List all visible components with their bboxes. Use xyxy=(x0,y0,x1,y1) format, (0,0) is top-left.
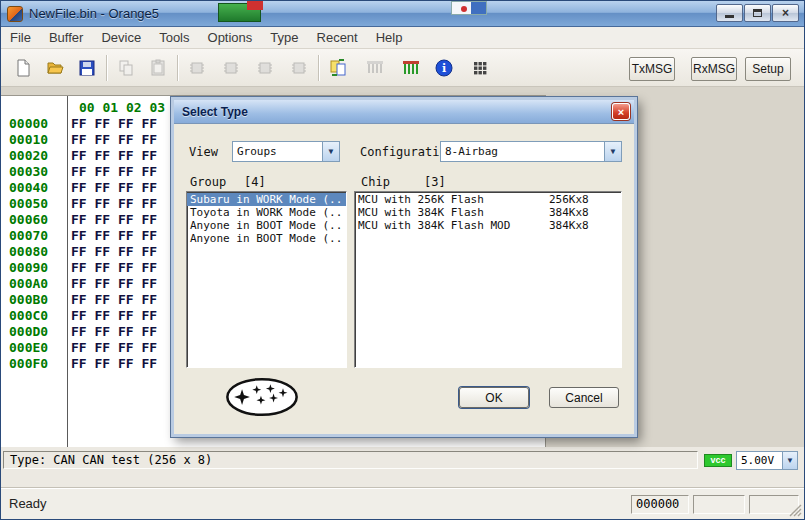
dialog-title-bar[interactable]: Select Type × xyxy=(174,100,634,124)
chevron-down-icon[interactable]: ▼ xyxy=(322,142,339,161)
new-file-button[interactable] xyxy=(9,54,37,82)
chip-list[interactable]: MCU with 256K Flash256Kx8MCU with 384K F… xyxy=(354,191,622,368)
hex-address: 00040 xyxy=(1,180,63,196)
cancel-button[interactable]: Cancel xyxy=(549,387,619,408)
hex-bytes[interactable]: FF FF FF FF xyxy=(63,212,157,228)
keypad-button[interactable] xyxy=(466,54,494,82)
hex-bytes[interactable]: FF FF FF FF xyxy=(63,148,157,164)
hex-address: 000F0 xyxy=(1,356,63,372)
view-dropdown[interactable]: Groups ▼ xyxy=(232,141,340,162)
hex-address: 000D0 xyxy=(1,324,63,340)
hex-bytes[interactable]: FF FF FF FF xyxy=(63,116,157,132)
hex-address: 00050 xyxy=(1,196,63,212)
hex-bytes[interactable]: FF FF FF FF xyxy=(63,324,157,340)
txmsg-button[interactable]: TxMSG xyxy=(629,57,675,81)
keypad-icon xyxy=(470,58,490,78)
hex-bytes[interactable]: FF FF FF FF xyxy=(63,276,157,292)
group-list-item[interactable]: Anyone in BOOT Mode (.. xyxy=(187,219,346,232)
svg-text:i: i xyxy=(442,62,446,75)
type-status-text: Type: CAN CAN test (256 x 8) xyxy=(3,451,698,469)
chip-button-3[interactable] xyxy=(251,54,279,82)
title-bar[interactable]: NewFile.bin - Orange5 × xyxy=(1,1,804,27)
group-label: Group xyxy=(190,175,226,189)
group-list-item[interactable]: Subaru in WORK Mode (.. xyxy=(187,193,346,206)
dialog-close-button[interactable]: × xyxy=(612,103,630,120)
copy-button[interactable] xyxy=(112,54,140,82)
group-list-item[interactable]: Toyota in WORK Mode (.. xyxy=(187,206,346,219)
configuration-dropdown[interactable]: 8-Airbag ▼ xyxy=(440,141,622,162)
group-list-item[interactable]: Anyone in BOOT Mode (.. xyxy=(187,232,346,245)
minimize-icon xyxy=(725,15,734,18)
chip-name: MCU with 256K Flash xyxy=(358,193,549,206)
maximize-icon xyxy=(753,9,762,17)
menu-item-help[interactable]: Help xyxy=(367,27,412,49)
chip-button-1[interactable] xyxy=(183,54,211,82)
hex-address: 00030 xyxy=(1,164,63,180)
hex-bytes[interactable]: FF FF FF FF xyxy=(63,260,157,276)
chip-size: 384Kx8 xyxy=(549,219,621,232)
chevron-down-icon[interactable]: ▼ xyxy=(604,142,621,161)
hex-bytes[interactable]: FF FF FF FF xyxy=(63,292,157,308)
open-file-button[interactable] xyxy=(41,54,69,82)
view-dropdown-value: Groups xyxy=(233,142,322,161)
configuration-label: Configuratio xyxy=(360,145,442,159)
group-list[interactable]: Subaru in WORK Mode (..Toyota in WORK Mo… xyxy=(186,191,347,368)
info-button[interactable]: i xyxy=(430,54,458,82)
menu-item-options[interactable]: Options xyxy=(199,27,262,49)
connector-inactive-button[interactable] xyxy=(360,54,388,82)
resize-grip[interactable] xyxy=(789,504,802,517)
hex-bytes[interactable]: FF FF FF FF xyxy=(63,132,157,148)
connector-active-button[interactable] xyxy=(396,54,424,82)
view-label: View xyxy=(189,145,218,159)
hex-bytes[interactable]: FF FF FF FF xyxy=(63,356,157,372)
hex-address: 00020 xyxy=(1,148,63,164)
status-cell-2 xyxy=(693,495,745,514)
chip-list-item[interactable]: MCU with 256K Flash256Kx8 xyxy=(355,193,621,206)
chip-list-item[interactable]: MCU with 384K Flash MOD384Kx8 xyxy=(355,219,621,232)
save-file-button[interactable] xyxy=(73,54,101,82)
chip-button-2[interactable] xyxy=(217,54,245,82)
minimize-button[interactable] xyxy=(716,4,743,22)
hex-bytes[interactable]: FF FF FF FF xyxy=(63,308,157,324)
menu-item-file[interactable]: File xyxy=(1,27,40,49)
chip-label: Chip xyxy=(361,175,390,189)
vcc-badge: vcc xyxy=(704,454,732,467)
close-icon: × xyxy=(782,7,789,19)
hex-address: 000E0 xyxy=(1,340,63,356)
chip-size: 384Kx8 xyxy=(549,206,621,219)
hex-bytes[interactable]: FF FF FF FF xyxy=(63,196,157,212)
toolbar-separator xyxy=(318,55,319,81)
ok-button[interactable]: OK xyxy=(459,387,529,408)
chip-icon xyxy=(255,58,275,78)
hex-bytes[interactable]: FF FF FF FF xyxy=(63,180,157,196)
menu-item-tools[interactable]: Tools xyxy=(150,27,198,49)
voltage-dropdown[interactable]: 5.00V ▼ xyxy=(736,451,798,470)
menu-item-recent[interactable]: Recent xyxy=(308,27,367,49)
menu-item-buffer[interactable]: Buffer xyxy=(40,27,92,49)
hex-bytes[interactable]: FF FF FF FF xyxy=(63,164,157,180)
maximize-button[interactable] xyxy=(744,4,771,22)
hex-bytes[interactable]: FF FF FF FF xyxy=(63,340,157,356)
chip-button-4[interactable] xyxy=(285,54,313,82)
rxmsg-button[interactable]: RxMSG xyxy=(691,57,737,81)
connector-active-icon xyxy=(400,58,420,78)
menu-item-device[interactable]: Device xyxy=(92,27,150,49)
toolbar: i TxMSG RxMSG Setup xyxy=(1,49,804,87)
compare-buffers-icon xyxy=(328,58,348,78)
chevron-down-icon[interactable]: ▼ xyxy=(782,452,797,469)
paste-button[interactable] xyxy=(144,54,172,82)
configuration-dropdown-value: 8-Airbag xyxy=(441,142,604,161)
chip-name: MCU with 384K Flash MOD xyxy=(358,219,549,232)
app-icon xyxy=(7,6,23,22)
hex-address-divider xyxy=(67,96,68,447)
chip-icon xyxy=(289,58,309,78)
chip-list-item[interactable]: MCU with 384K Flash384Kx8 xyxy=(355,206,621,219)
titlebar-overlay-artifact-2 xyxy=(247,1,263,10)
menu-bar: FileBufferDeviceToolsOptionsTypeRecentHe… xyxy=(1,27,804,49)
hex-bytes[interactable]: FF FF FF FF xyxy=(63,228,157,244)
compare-buffers-button[interactable] xyxy=(324,54,352,82)
hex-bytes[interactable]: FF FF FF FF xyxy=(63,244,157,260)
setup-button[interactable]: Setup xyxy=(745,57,791,81)
close-button[interactable]: × xyxy=(772,4,799,22)
menu-item-type[interactable]: Type xyxy=(261,27,307,49)
